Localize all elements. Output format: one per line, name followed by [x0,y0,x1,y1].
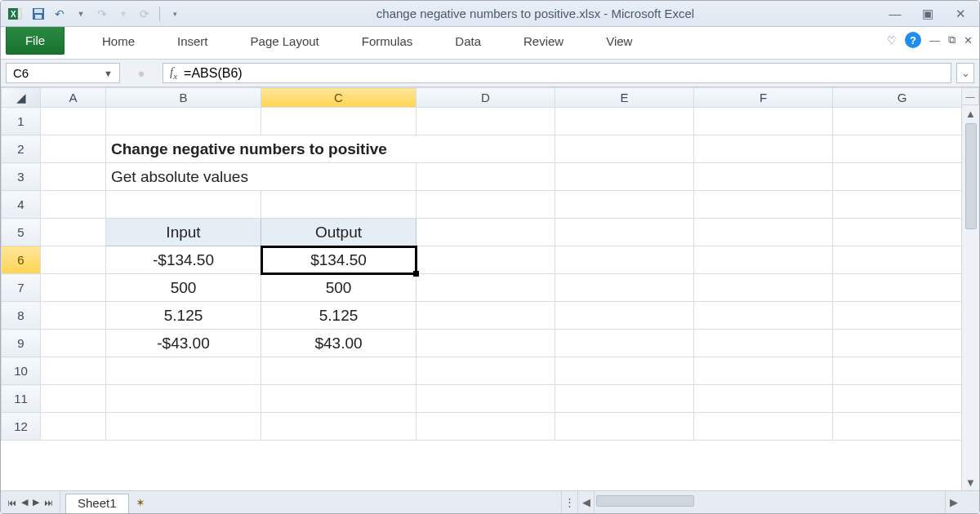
tab-page-layout[interactable]: Page Layout [229,27,341,55]
cell-B7[interactable]: 500 [106,274,261,302]
row-header-3[interactable]: 3 [2,163,41,191]
scroll-down-icon[interactable]: ▼ [962,474,979,490]
scroll-left-icon[interactable]: ◀ [577,491,594,513]
expand-formula-bar-icon[interactable]: ⌄ [956,63,974,83]
row-header-1[interactable]: 1 [2,108,41,135]
worksheet-area: ◢ A B C D E F G 1 2 Change negative numb… [1,87,979,490]
row-header-6[interactable]: 6 [2,246,41,274]
formula-input[interactable] [184,66,944,81]
title-bar: X ↶ ▼ ↷ ▼ ⟳ ▾ change negative numbers to… [1,1,979,27]
quick-access-toolbar: ↶ ▼ ↷ ▼ ⟳ ▾ [30,6,183,22]
vertical-scrollbar[interactable]: ▲ ▼ [961,105,979,490]
window-title: change negative numbers to positive.xlsx… [183,7,888,20]
scroll-up-icon[interactable]: ▲ [962,105,979,122]
hscroll-track[interactable] [594,491,945,513]
tab-data[interactable]: Data [434,27,502,55]
row-header-10[interactable]: 10 [2,357,41,385]
svg-rect-4 [34,9,42,13]
tab-view[interactable]: View [585,27,653,55]
scroll-right-icon[interactable]: ▶ [945,491,961,513]
sheet-title[interactable]: Change negative numbers to positive [106,135,555,163]
row-header-9[interactable]: 9 [2,330,41,357]
cell-C6[interactable]: $134.50 [261,246,416,274]
window-restore-icon[interactable]: ⧉ [948,33,956,47]
cell-grid[interactable]: ◢ A B C D E F G 1 2 Change negative numb… [1,87,961,441]
col-header-C[interactable]: C [261,88,416,108]
name-box-value: C6 [13,66,29,80]
ribbon-tabs: File Home Insert Page Layout Formulas Da… [1,27,979,60]
horizontal-scrollbar[interactable]: ⋮ ◀ ▶ [561,491,979,513]
col-header-G[interactable]: G [833,88,962,108]
worksheet[interactable]: ◢ A B C D E F G 1 2 Change negative numb… [1,87,961,490]
col-header-B[interactable]: B [106,88,261,108]
cell-C9[interactable]: $43.00 [261,330,416,357]
col-header-A[interactable]: A [41,88,106,108]
redo-dropdown-icon[interactable]: ▼ [115,6,131,22]
undo-dropdown-icon[interactable]: ▼ [73,6,89,22]
formula-input-wrap[interactable]: fx [163,63,951,83]
formula-cancel-ok: ● [125,63,158,83]
repeat-icon[interactable]: ⟳ [136,6,153,22]
cancel-icon: ● [137,66,145,80]
redo-icon[interactable]: ↷ [94,6,110,22]
name-box-dropdown-icon[interactable]: ▼ [104,69,113,78]
svg-rect-2 [18,9,21,19]
sheet-nav-last-icon[interactable]: ⏭ [42,498,55,507]
maximize-icon[interactable]: ▣ [920,7,935,21]
customize-qat-icon[interactable]: ▾ [167,6,183,22]
row-header-12[interactable]: 12 [2,413,41,441]
cell-B8[interactable]: 5.125 [106,302,261,330]
row-header-4[interactable]: 4 [2,191,41,219]
col-header-F[interactable]: F [694,88,833,108]
window-min-icon[interactable]: — [929,34,940,47]
name-box[interactable]: C6 ▼ [6,63,120,83]
tab-formulas[interactable]: Formulas [341,27,434,55]
minimize-icon[interactable]: — [888,7,902,21]
tab-home[interactable]: Home [81,27,156,55]
cell-B6[interactable]: -$134.50 [106,246,261,274]
table-header-output[interactable]: Output [261,219,416,246]
save-icon[interactable] [30,6,47,22]
new-sheet-icon[interactable]: ✶ [136,496,145,513]
cell-C8[interactable]: 5.125 [261,302,416,330]
table-header-input[interactable]: Input [106,219,261,246]
select-all-corner[interactable]: ◢ [2,88,41,108]
sheet-subtitle[interactable]: Get absolute values [106,163,416,191]
sheet-nav-next-icon[interactable]: ▶ [31,497,41,507]
row-header-8[interactable]: 8 [2,302,41,330]
minimize-ribbon-icon[interactable]: ♡ [887,34,897,47]
svg-rect-5 [35,15,42,19]
sheet-tab-bar: ⏮ ◀ ▶ ⏭ Sheet1 ✶ ⋮ ◀ ▶ [1,490,979,513]
sheet-nav-first-icon[interactable]: ⏮ [6,498,18,507]
row-header-7[interactable]: 7 [2,274,41,302]
row-header-2[interactable]: 2 [2,135,41,163]
formula-bar: C6 ▼ ● fx ⌄ [1,60,979,87]
column-headers-row: ◢ A B C D E F G [2,88,962,108]
window-controls: — ▣ ✕ [888,7,973,21]
help-icon[interactable]: ? [905,32,921,48]
row-header-11[interactable]: 11 [2,385,41,413]
undo-icon[interactable]: ↶ [51,6,68,22]
hsplit-handle-icon[interactable]: ⋮ [561,491,577,513]
excel-app-icon: X [7,7,22,21]
tab-review[interactable]: Review [502,27,585,55]
tab-insert[interactable]: Insert [156,27,229,55]
hscroll-thumb[interactable] [596,495,694,507]
sheet-nav-prev-icon[interactable]: ◀ [20,497,29,507]
sheet-nav-buttons: ⏮ ◀ ▶ ⏭ [1,491,60,513]
fx-icon[interactable]: fx [170,65,177,81]
close-icon[interactable]: ✕ [953,7,968,21]
cell-C7[interactable]: 500 [261,274,416,302]
file-tab[interactable]: File [6,27,65,55]
qat-divider [159,7,160,21]
sheet-tab-sheet1[interactable]: Sheet1 [65,494,129,513]
fill-handle[interactable] [413,271,419,277]
cell-B9[interactable]: -$43.00 [106,330,261,357]
row-header-5[interactable]: 5 [2,219,41,246]
split-box-icon[interactable]: — [961,87,979,105]
vscroll-thumb[interactable] [965,123,977,229]
ribbon-right-controls: ♡ ? — ⧉ ✕ [887,32,973,48]
col-header-E[interactable]: E [555,88,694,108]
window-close-icon[interactable]: ✕ [964,34,973,47]
col-header-D[interactable]: D [416,88,555,108]
